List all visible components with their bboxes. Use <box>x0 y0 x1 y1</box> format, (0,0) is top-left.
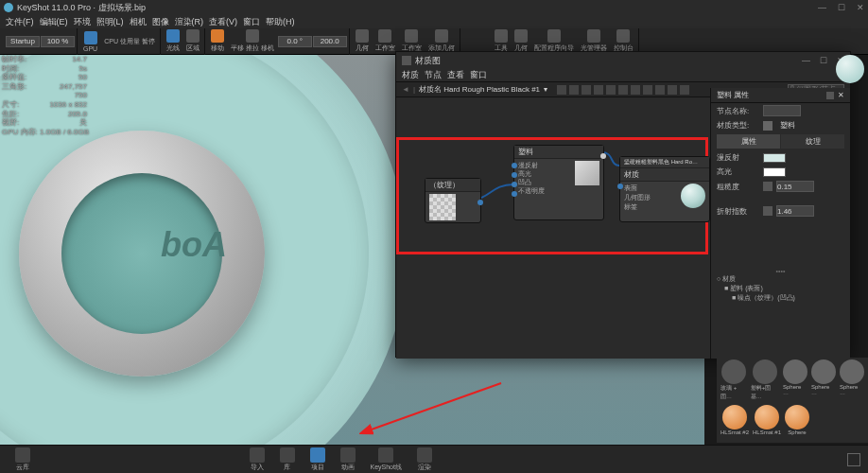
tree-item-0[interactable]: ○ 材质 <box>717 274 844 284</box>
plastic-in-4[interactable] <box>512 191 517 197</box>
specular-swatch[interactable] <box>763 167 786 177</box>
ksweb-icon <box>378 447 393 463</box>
geom-button[interactable]: 几何 <box>353 28 372 54</box>
panel-min-icon[interactable]: — <box>802 56 810 65</box>
menu-env[interactable]: 环境 <box>72 16 93 28</box>
tb-icon-5[interactable] <box>606 85 616 95</box>
menu-light[interactable]: 照明(L) <box>95 16 126 28</box>
library-button[interactable]: 库 <box>280 447 295 472</box>
ksweb-button[interactable]: KeyShot线 <box>371 447 402 472</box>
back-icon[interactable]: ◄ <box>402 85 409 94</box>
menu-image[interactable]: 图像 <box>150 16 171 28</box>
plastic-out[interactable] <box>600 153 606 159</box>
diffuse-swatch[interactable] <box>763 153 786 163</box>
texture-out-port[interactable] <box>477 200 483 205</box>
lib-sphere-0[interactable]: 玻璃 + 固… <box>720 359 747 401</box>
lib-sphere-2[interactable]: Sphere … <box>783 359 807 401</box>
node-graph[interactable]: （纹理） 塑料 漫反射 高光 凹凸 不透明度 坚硬粗糙塑料黑色 Hard R <box>396 97 712 359</box>
import-button[interactable]: 导入 <box>250 447 265 472</box>
config-button[interactable]: 配置程序向导 <box>531 28 577 54</box>
deg-input[interactable] <box>278 36 312 47</box>
tb-icon-10[interactable] <box>668 85 677 95</box>
tools-button[interactable]: 工具 <box>492 28 511 54</box>
panel-icon <box>402 56 411 65</box>
props-tab-attr[interactable]: 属性 <box>717 134 780 149</box>
panel-tab-view[interactable]: 查看 <box>447 69 464 81</box>
region-button[interactable]: 区域 <box>183 28 202 54</box>
roughness-input[interactable] <box>776 181 814 192</box>
props-close-icon[interactable]: ✕ <box>838 91 844 99</box>
project-button[interactable]: 项目 <box>310 447 325 472</box>
minimize-icon[interactable]: — <box>818 3 826 12</box>
studio-button[interactable]: 工作室 <box>373 28 398 54</box>
menu-render[interactable]: 渲染(R) <box>173 16 206 28</box>
ray-button[interactable]: 光线 <box>164 28 182 54</box>
lib-sphere-6[interactable]: HLSmat #1 <box>753 405 781 435</box>
geom2-button[interactable]: 几何 <box>512 28 530 54</box>
node-plastic[interactable]: 塑料 漫反射 高光 凹凸 不透明度 <box>513 145 604 220</box>
lib-sphere-5[interactable]: HLSmat #2 <box>720 405 749 435</box>
studio2-button[interactable]: 工作室 <box>399 28 425 54</box>
mm-input[interactable] <box>313 36 347 47</box>
lib-sphere-7[interactable]: Sphere <box>785 405 809 435</box>
cloud-button[interactable]: 云库 <box>15 447 30 472</box>
node-plastic-title: 塑料 <box>514 146 603 159</box>
plastic-in-3[interactable] <box>512 182 517 187</box>
plastic-thumb <box>575 161 599 185</box>
material-in[interactable] <box>617 184 623 189</box>
tb-icon-11[interactable] <box>680 85 689 95</box>
node-texture[interactable]: （纹理） <box>425 178 481 223</box>
console-icon <box>616 29 630 43</box>
dropdown-icon[interactable]: ▾ <box>544 85 547 94</box>
menu-window[interactable]: 窗口 <box>241 16 262 28</box>
menu-help[interactable]: 帮助(H) <box>264 16 297 28</box>
fwd-icon[interactable]: | <box>413 85 415 94</box>
maximize-icon[interactable]: ☐ <box>838 3 845 12</box>
ior-input[interactable] <box>776 205 814 217</box>
addgeom-button[interactable]: 添加几何 <box>425 28 458 54</box>
render-button[interactable]: 渲染 <box>417 447 432 472</box>
menu-file[interactable]: 文件(F) <box>4 16 36 28</box>
node-material[interactable]: 坚硬粗糙塑料黑色 Hard Ro… 材质 表面 几何图形 标签 <box>619 156 710 222</box>
tb-icon-7[interactable] <box>631 85 640 95</box>
refresh-button[interactable]: 移动 <box>208 28 227 54</box>
plastic-in-2[interactable] <box>512 172 517 178</box>
panel-tab-mat[interactable]: 材质 <box>402 69 419 81</box>
pan-button[interactable]: 平移 推拉 移机 <box>228 28 277 54</box>
node-name-input[interactable] <box>763 105 801 116</box>
tb-icon-9[interactable] <box>655 85 665 95</box>
tree-item-2[interactable]: ■ 噪点（纹理）(凹凸) <box>717 293 844 303</box>
panel-max-icon[interactable]: ☐ <box>820 56 827 65</box>
menu-edit[interactable]: 编辑(E) <box>38 16 70 28</box>
tb-icon-1[interactable] <box>557 85 566 95</box>
lightmgr-button[interactable]: 光管理器 <box>578 28 610 54</box>
console-button[interactable]: 控制台 <box>611 28 636 54</box>
lib-sphere-4[interactable]: Sphere … <box>840 359 864 401</box>
anim-button[interactable]: 动画 <box>340 447 356 472</box>
node-texture-title: （纹理） <box>425 179 480 192</box>
tb-icon-8[interactable] <box>643 85 652 95</box>
plastic-in-1[interactable] <box>512 163 517 168</box>
lib-sphere-1[interactable]: 塑料+固基… <box>751 359 779 401</box>
tree-item-1[interactable]: ■ 塑料 (表面) <box>717 284 844 293</box>
fullscreen-icon[interactable] <box>847 453 860 466</box>
cloud-icon <box>15 447 30 463</box>
pct-input[interactable] <box>41 36 75 47</box>
tb-icon-2[interactable] <box>569 85 579 95</box>
startup-input[interactable] <box>6 36 40 47</box>
panel-tab-node[interactable]: 节点 <box>425 69 442 81</box>
props-tab-tex[interactable]: 纹理 <box>781 134 844 149</box>
material-graph-panel: 材质图 — ☐ ✕ 材质 节点 查看 窗口 ◄ | 材质名 Hard Rough… <box>395 51 851 358</box>
titlebar: KeyShot 11.0.0 Pro · 虚拟场景.bip — ☐ ✕ <box>0 0 868 15</box>
menu-view[interactable]: 查看(V) <box>207 16 239 28</box>
gpu-icon <box>84 31 97 44</box>
lib-sphere-3[interactable]: Sphere … <box>811 359 836 401</box>
tb-icon-4[interactable] <box>594 85 603 95</box>
close-icon[interactable]: ✕ <box>857 3 864 12</box>
tb-icon-6[interactable] <box>618 85 628 95</box>
panel-tab-window[interactable]: 窗口 <box>470 69 487 81</box>
tb-icon-3[interactable] <box>582 85 591 95</box>
menu-camera[interactable]: 相机 <box>128 16 148 28</box>
gpu-button[interactable]: GPU <box>80 30 100 53</box>
pin-icon[interactable] <box>826 92 834 99</box>
